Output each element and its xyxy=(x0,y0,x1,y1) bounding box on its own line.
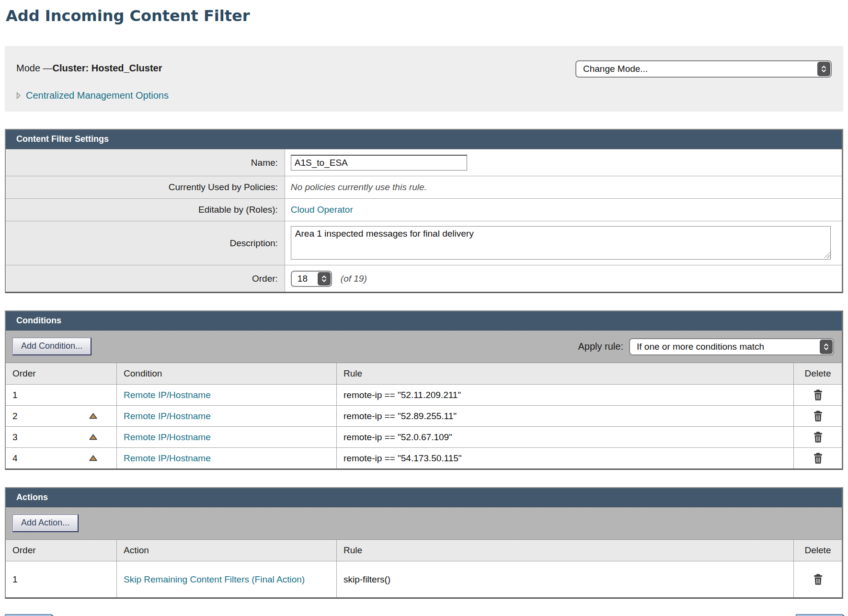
condition-row: 4 Remote IP/Hostname remote-ip == "54.17… xyxy=(6,447,842,468)
name-label: Name: xyxy=(6,149,285,176)
apply-rule-select[interactable]: If one or more conditions match xyxy=(629,338,834,355)
actions-section: Actions Add Action... Order Action Rule … xyxy=(5,487,843,599)
condition-rule: remote-ip == "52.0.67.109" xyxy=(344,432,452,443)
mode-value: Cluster: Hosted_Cluster xyxy=(53,63,162,73)
order-selected-value: 18 xyxy=(292,274,317,284)
col-header-action: Action xyxy=(117,540,337,561)
delete-trash-icon[interactable] xyxy=(813,411,823,422)
apply-rule-selected-value: If one or more conditions match xyxy=(630,342,819,352)
delete-trash-icon[interactable] xyxy=(813,389,823,400)
condition-row: 1 Remote IP/Hostname remote-ip == "52.11… xyxy=(6,384,842,405)
conditions-section-header: Conditions xyxy=(6,311,842,331)
policies-label: Currently Used by Policies: xyxy=(6,176,285,198)
mode-box: Mode —Cluster: Hosted_Cluster Change Mod… xyxy=(5,46,843,112)
order-total: (of 19) xyxy=(341,274,367,284)
col-header-delete: Delete xyxy=(794,540,842,561)
change-mode-select[interactable]: Change Mode... xyxy=(575,60,832,78)
col-header-delete: Delete xyxy=(794,363,842,384)
col-header-condition: Condition xyxy=(117,363,337,384)
action-link[interactable]: Skip Remaining Content Filters (Final Ac… xyxy=(124,573,305,586)
condition-row: 3 Remote IP/Hostname remote-ip == "52.0.… xyxy=(6,426,842,447)
mode-label: Mode — xyxy=(16,63,53,73)
select-stepper-icon xyxy=(820,340,833,354)
add-action-button[interactable]: Add Action... xyxy=(12,514,79,532)
cancel-button[interactable]: Cancel xyxy=(5,614,52,616)
change-mode-selected-value: Change Mode... xyxy=(576,64,817,74)
content-filter-settings-section: Content Filter Settings Name: Currently … xyxy=(5,129,843,293)
col-header-rule: Rule xyxy=(337,540,794,561)
action-row: 1 Skip Remaining Content Filters (Final … xyxy=(6,561,842,597)
condition-order: 4 xyxy=(12,453,18,464)
condition-link[interactable]: Remote IP/Hostname xyxy=(124,390,211,400)
submit-button[interactable]: Submit xyxy=(796,614,843,616)
footer-bar: Cancel Submit xyxy=(5,614,843,616)
condition-rule: remote-ip == "52.89.255.11" xyxy=(344,411,457,422)
move-up-icon[interactable] xyxy=(89,455,97,461)
condition-order: 1 xyxy=(12,390,18,400)
cloud-operator-link[interactable]: Cloud Operator xyxy=(291,205,353,215)
order-select[interactable]: 18 xyxy=(291,271,332,287)
add-condition-button[interactable]: Add Condition... xyxy=(12,338,92,355)
apply-rule-label: Apply rule: xyxy=(578,341,624,352)
conditions-table-header: Order Condition Rule Delete xyxy=(6,363,842,384)
select-stepper-icon xyxy=(817,62,830,76)
condition-rule: remote-ip == "54.173.50.115" xyxy=(344,453,462,464)
policies-value: No policies currently use this rule. xyxy=(291,182,427,193)
move-up-icon[interactable] xyxy=(89,413,97,419)
delete-trash-icon[interactable] xyxy=(813,432,823,443)
move-up-icon[interactable] xyxy=(89,434,97,440)
select-stepper-icon xyxy=(318,272,331,285)
editable-roles-label: Editable by (Roles): xyxy=(6,199,285,221)
actions-section-header: Actions xyxy=(6,488,842,507)
action-order: 1 xyxy=(12,574,18,585)
conditions-section: Conditions Add Condition... Apply rule: … xyxy=(5,310,843,470)
centralized-management-options-link[interactable]: Centralized Management Options xyxy=(26,90,169,101)
col-header-rule: Rule xyxy=(337,363,794,384)
delete-trash-icon[interactable] xyxy=(813,574,823,585)
expand-triangle-icon[interactable] xyxy=(16,92,21,99)
condition-order: 3 xyxy=(12,432,18,443)
mode-text: Mode —Cluster: Hosted_Cluster xyxy=(16,60,162,74)
actions-table-header: Order Action Rule Delete xyxy=(6,540,842,561)
description-textarea[interactable]: Area 1 inspected messages for final deli… xyxy=(291,226,831,260)
condition-rule: remote-ip == "52.11.209.211" xyxy=(344,390,461,400)
condition-order: 2 xyxy=(12,411,18,422)
description-label: Description: xyxy=(6,221,285,265)
col-header-order: Order xyxy=(6,540,117,561)
delete-trash-icon[interactable] xyxy=(813,453,823,464)
settings-section-header: Content Filter Settings xyxy=(6,130,842,149)
condition-row: 2 Remote IP/Hostname remote-ip == "52.89… xyxy=(6,405,842,426)
condition-link[interactable]: Remote IP/Hostname xyxy=(124,411,211,422)
condition-link[interactable]: Remote IP/Hostname xyxy=(124,432,211,443)
name-input[interactable] xyxy=(291,155,467,171)
order-label: Order: xyxy=(6,265,285,292)
page-title: Add Incoming Content Filter xyxy=(6,7,843,25)
col-header-order: Order xyxy=(6,363,117,384)
condition-link[interactable]: Remote IP/Hostname xyxy=(124,453,211,464)
action-rule: skip-filters() xyxy=(344,574,390,585)
